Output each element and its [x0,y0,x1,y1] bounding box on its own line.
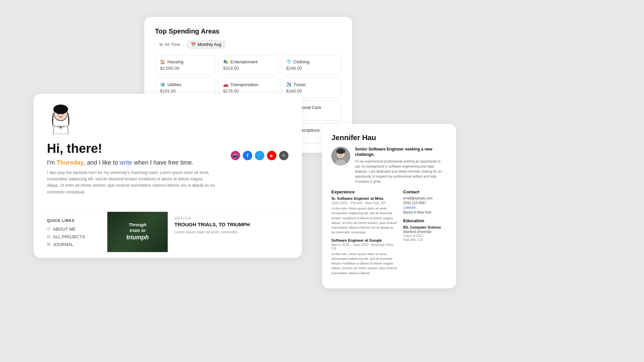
blog-image: Throughtrials totriumph [107,212,168,252]
quick-link-about-label: ABOUT ME [53,227,76,232]
job-meta-1: June 2020 – Present · New York, NY [331,201,398,205]
entertainment-amount: $318.00 [223,66,273,71]
greeting-section: Hi, there! I'm Thursday, and I like to w… [47,141,288,195]
list-item: 👕 Clothing $248.00 [281,55,341,75]
svg-point-2 [58,113,59,115]
job-title-2: Software Engineer at Google [331,238,398,242]
contact-location: Based in New York [403,210,447,214]
job-desc-2: At this role I lorem ipsum dolor sit ame… [331,252,398,276]
podcast-icon[interactable]: 🎙 [279,151,288,160]
category-clothing: 👕 Clothing [286,59,336,64]
category-transportation: 🚗 Transportation [223,82,273,87]
job-meta-2: March 2018 – June 2020 · Mountain View, … [331,243,398,250]
chart-icon: 📅 [191,42,196,47]
clothing-amount: $248.00 [286,66,336,71]
blog-preview: Throughtrials totriumph DESIGN TROUGH TR… [107,212,302,258]
social-icons: 📷 f 🐦 ▶ 🎙 [231,151,288,160]
category-utilities: ⚙️ Utilities [160,82,210,87]
experience-section-title: Experience [331,189,398,194]
contact-email: email@sample.com [403,196,447,200]
edu-location: Palo Alto, CA [403,238,447,242]
blog-excerpt: Lorem ipsum dolor sit amet, consectet... [174,229,295,235]
intro-line: I'm Thursday, and I like to write when I… [47,159,288,166]
resume-intro: Senior Software Engineer seeking a new c… [355,147,447,184]
edu-year: Class of 2017 [403,234,447,238]
intro-middle: , and I like to [84,159,119,166]
tab-all-time-label: All-Time [164,42,180,47]
quick-link-projects-label: ALL PROJECTS [53,234,85,239]
quick-link-projects[interactable]: ⊟ ALL PROJECTS [47,234,97,239]
category-housing: 🏠 Housing [160,59,210,64]
book-icon: ⊞ [47,242,50,247]
entertainment-icon: 🎭 [223,59,228,64]
quick-link-journal-label: JOURNAL [53,242,73,247]
job-item: Sr. Software Engineer at Meta June 2020 … [331,196,398,235]
name-highlight: Thursday [56,159,84,166]
write-highlight: write [120,159,132,166]
education-section-title: Education [403,218,447,223]
blog-image-text: Throughtrials totriumph [126,222,149,241]
transportation-icon: 🚗 [223,82,228,87]
youtube-icon[interactable]: ▶ [267,151,276,160]
grid-icon: ⊟ [47,234,50,239]
tab-all-time[interactable]: ⊞ All-Time [155,40,184,49]
job-item: Software Engineer at Google March 2018 –… [331,238,398,276]
job-desc-1: At this role I lorem ipsum dolor sit ame… [331,206,398,235]
contact-phone: (555) 123-4567 [403,201,447,205]
utilities-amount: $191.00 [160,88,210,94]
resume-body: Experience Sr. Software Engineer at Meta… [331,189,447,279]
utilities-icon: ⚙️ [160,82,165,87]
svg-point-3 [62,113,63,115]
facebook-icon[interactable]: f [243,151,252,160]
spending-title: Top Spending Areas [155,27,341,35]
svg-point-1 [53,105,68,114]
avatar [331,147,350,166]
tab-monthly-avg[interactable]: 📅 Monthly Avg [186,40,226,49]
transportation-amount: $176.00 [223,88,273,94]
svg-point-11 [336,148,345,154]
blog-content: DESIGN TROUGH TRIALS, TO TRIUMPH Lorem i… [168,212,302,258]
quick-links-title: QUICK LINKS [47,219,97,223]
clothing-icon: 👕 [286,59,291,64]
housing-amount: $2,500.00 [160,66,210,71]
quick-link-journal[interactable]: ⊞ JOURNAL [47,242,97,247]
resume-header: Senior Software Engineer seeking a new c… [331,147,447,184]
list-item: 🎭 Entertainment $318.00 [218,55,278,75]
list-item: 🏠 Housing $2,500.00 [155,55,215,75]
instagram-icon[interactable]: 📷 [231,151,240,160]
contact-linkedin[interactable]: LinkedIn [403,206,447,209]
spending-tabs: ⊞ All-Time 📅 Monthly Avg [155,40,341,49]
quick-link-about[interactable]: ⊙ ABOUT ME [47,227,97,232]
resume-right: Contact email@sample.com (555) 123-4567 … [403,189,447,279]
housing-icon: 🏠 [160,59,165,64]
resume-left: Experience Sr. Software Engineer at Meta… [331,189,398,279]
personal-bottom: QUICK LINKS ⊙ ABOUT ME ⊟ ALL PROJECTS ⊞ … [34,212,302,258]
personal-card: Hi, there! I'm Thursday, and I like to w… [34,94,302,258]
blog-tag: DESIGN [174,217,295,220]
quick-links-section: QUICK LINKS ⊙ ABOUT ME ⊟ ALL PROJECTS ⊞ … [34,212,107,258]
bio-text: I also play the baritone horn for my uni… [47,170,215,195]
avatar [46,104,76,134]
intro-suffix: when I have free time. [132,159,194,166]
resume-bio: I'm an experienced professional seeking … [355,159,447,184]
resume-tagline: Senior Software Engineer seeking a new c… [355,147,447,157]
personal-inner: Hi, there! I'm Thursday, and I like to w… [34,94,302,212]
travel-amount: $160.00 [286,88,336,94]
twitter-icon[interactable]: 🐦 [255,151,264,160]
category-entertainment: 🎭 Entertainment [223,59,273,64]
edu-school: Stanford University [403,230,447,234]
circle-icon: ⊙ [47,227,50,231]
job-title-1: Sr. Software Engineer at Meta [331,196,398,200]
edu-degree: BS, Computer Science [403,225,447,229]
intro-prefix: I'm [47,159,56,166]
calendar-icon: ⊞ [159,42,163,47]
resume-name: Jennifer Hau [331,133,447,142]
contact-section-title: Contact [403,189,447,194]
travel-icon: ✈️ [286,82,291,87]
tab-monthly-avg-label: Monthly Avg [198,42,221,47]
blog-title: TROUGH TRIALS, TO TRIUMPH [174,222,295,227]
resume-card: Jennifer Hau Senior Software Engineer se… [322,124,456,288]
category-travel: ✈️ Travel [286,82,336,87]
